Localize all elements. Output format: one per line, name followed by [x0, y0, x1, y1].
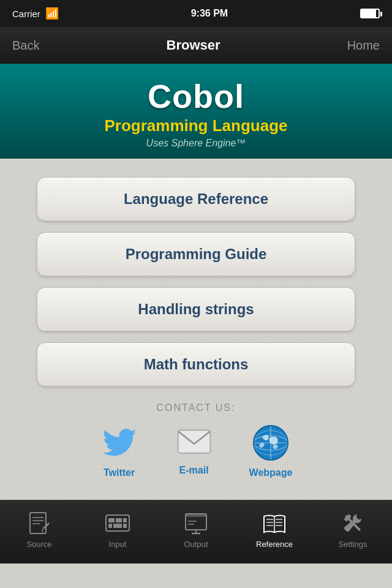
- svg-rect-13: [106, 515, 129, 531]
- settings-icon: [340, 510, 366, 536]
- status-left: Carrier 📶: [12, 7, 59, 20]
- svg-rect-18: [113, 524, 122, 528]
- tab-input-label: Input: [109, 540, 127, 549]
- twitter-icon: [100, 423, 139, 462]
- tab-bar: Source Input Output: [0, 500, 392, 564]
- wifi-icon: 📶: [45, 7, 59, 20]
- status-bar: Carrier 📶 9:36 PM: [0, 0, 392, 27]
- email-button[interactable]: E-mail: [176, 423, 213, 478]
- svg-rect-21: [186, 514, 206, 517]
- source-icon: [26, 510, 52, 536]
- programming-guide-button[interactable]: Programming Guide: [37, 232, 355, 276]
- svg-rect-8: [30, 513, 46, 533]
- svg-rect-1: [178, 430, 210, 453]
- back-button[interactable]: Back: [12, 39, 39, 53]
- email-icon: [176, 423, 213, 460]
- tab-input[interactable]: Input: [78, 510, 157, 549]
- svg-rect-17: [108, 524, 112, 528]
- nav-bar: Back Browser Home: [0, 27, 392, 64]
- status-time: 9:36 PM: [191, 8, 228, 19]
- contact-heading: CONTACT US:: [157, 402, 236, 413]
- svg-rect-16: [123, 518, 127, 522]
- svg-rect-14: [108, 518, 115, 522]
- tab-settings-label: Settings: [339, 540, 368, 549]
- tab-output-label: Output: [184, 540, 208, 549]
- tab-settings[interactable]: Settings: [314, 510, 392, 549]
- carrier-label: Carrier: [12, 9, 40, 19]
- contact-section: CONTACT US: Twitter E-mail: [37, 402, 355, 478]
- tab-source-label: Source: [26, 540, 51, 549]
- svg-line-12: [42, 527, 43, 532]
- output-icon: [183, 510, 209, 536]
- math-functions-button[interactable]: Math functions: [37, 342, 355, 386]
- battery-icon: [360, 9, 380, 18]
- tab-output[interactable]: Output: [157, 510, 235, 549]
- reference-icon: [262, 510, 287, 536]
- input-icon: [105, 510, 130, 536]
- language-reference-button[interactable]: Language Reference: [37, 177, 355, 221]
- nav-title: Browser: [167, 37, 221, 53]
- app-title: Cobol: [148, 77, 244, 115]
- webpage-button[interactable]: Webpage: [249, 423, 293, 478]
- home-button[interactable]: Home: [347, 39, 380, 53]
- app-tagline: Uses Sphere Engine™: [146, 138, 246, 149]
- tab-source[interactable]: Source: [0, 510, 78, 549]
- handling-strings-button[interactable]: Handling strings: [37, 287, 355, 331]
- twitter-button[interactable]: Twitter: [100, 423, 139, 478]
- contact-icons: Twitter E-mail: [100, 423, 293, 478]
- tab-reference-label: Reference: [256, 540, 293, 549]
- header-banner: Cobol Programming Language Uses Sphere E…: [0, 64, 392, 159]
- svg-rect-15: [116, 518, 122, 522]
- svg-rect-19: [123, 524, 127, 528]
- tab-reference[interactable]: Reference: [235, 510, 314, 549]
- app-subtitle: Programming Language: [104, 116, 287, 135]
- globe-icon: [251, 423, 290, 462]
- main-content: Language Reference Programming Guide Han…: [0, 159, 392, 500]
